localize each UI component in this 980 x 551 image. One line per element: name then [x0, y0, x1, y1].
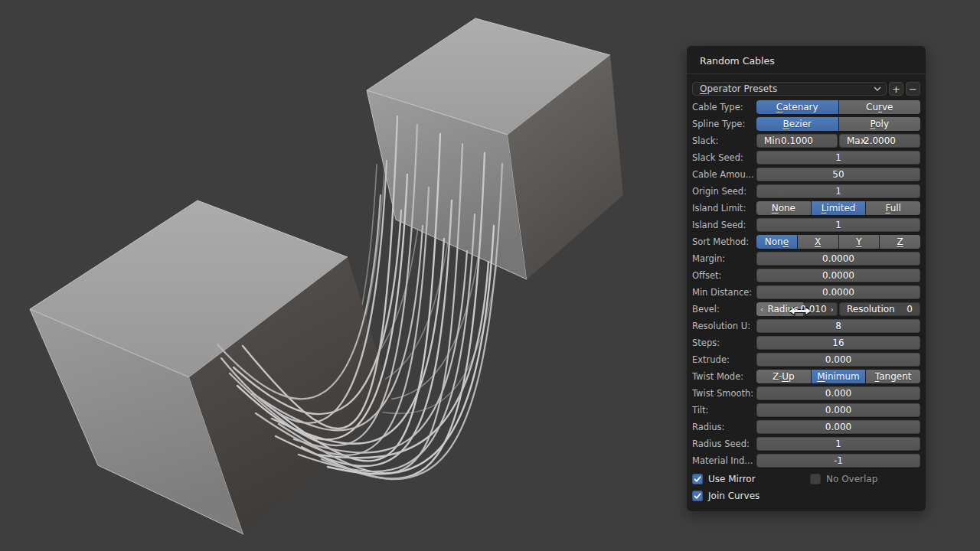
cable-type-segment: Catenary Curve [756, 100, 920, 114]
use-mirror-checkbox[interactable]: Use Mirror [692, 474, 810, 484]
row-mirror-overlap: Use Mirror No Overlap [692, 472, 920, 486]
twist-mode-label: Twist Mode: [692, 370, 756, 383]
twist-mode-zup-button[interactable]: Z-Up [756, 370, 811, 383]
join-curves-label: Join Curves [708, 491, 760, 501]
bevel-label: Bevel: [692, 302, 756, 316]
twist-smooth-field[interactable]: 0.000 [756, 386, 920, 400]
radius-field[interactable]: 0.000 [756, 420, 920, 434]
add-preset-button[interactable]: + [889, 82, 903, 96]
slider-decrease-arrow-icon[interactable]: ‹ [756, 305, 767, 315]
offset-value: 0.0000 [756, 270, 920, 281]
origin-seed-label: Origin Seed: [692, 184, 756, 198]
twist-mode-tangent-button[interactable]: Tangent [866, 370, 920, 383]
tilt-label: Tilt: [692, 403, 756, 417]
row-extrude: Extrude: 0.000 [692, 353, 920, 367]
cable-type-label: Cable Type: [692, 100, 756, 114]
sort-method-label: Sort Method: [692, 235, 756, 249]
radius-label: Radius: [692, 420, 756, 434]
island-limit-limited-button[interactable]: Limited [812, 201, 866, 215]
row-island-limit: Island Limit: None Limited Full [692, 201, 920, 215]
cable-type-catenary-button[interactable]: Catenary [756, 100, 838, 114]
panel-rows: Operator Presets + − Cable Type: Catenar… [687, 74, 926, 503]
island-seed-field[interactable]: 1 [756, 218, 920, 232]
spline-type-bezier-button[interactable]: Bezier [756, 117, 838, 131]
check-icon [694, 492, 701, 500]
extrude-value: 0.000 [756, 354, 920, 365]
row-cable-type: Cable Type: Catenary Curve [692, 100, 920, 114]
radius-seed-value: 1 [756, 439, 920, 449]
origin-seed-field[interactable]: 1 [756, 184, 920, 198]
island-limit-segment: None Limited Full [756, 201, 920, 215]
row-min-distance: Min Distance: 0.0000 [692, 285, 920, 299]
offset-label: Offset: [692, 269, 756, 282]
checkbox-checked-icon [692, 474, 703, 484]
offset-field[interactable]: 0.0000 [756, 269, 920, 282]
row-bevel: Bevel: ‹ Radius 0.010 › Resolution 0 [692, 302, 920, 316]
twist-smooth-label: Twist Smooth: [692, 386, 756, 400]
sort-method-x-button[interactable]: X [798, 235, 838, 249]
resolution-u-field[interactable]: 8 [756, 319, 920, 333]
material-index-field[interactable]: -1 [756, 454, 920, 468]
cube-bottom [30, 201, 393, 534]
radius-seed-field[interactable]: 1 [756, 437, 920, 451]
row-join-curves: Join Curves [692, 489, 920, 503]
tilt-field[interactable]: 0.000 [756, 403, 920, 417]
slack-seed-field[interactable]: 1 [756, 151, 920, 165]
island-limit-full-button[interactable]: Full [866, 201, 920, 215]
use-mirror-label: Use Mirror [708, 474, 756, 484]
slack-max-field[interactable]: 2.0000 Max [839, 134, 920, 148]
twist-mode-segment: Z-Up Minimum Tangent [756, 370, 920, 383]
row-operator-presets: Operator Presets + − [692, 82, 920, 96]
bevel-resolution-label: Resolution [839, 304, 895, 315]
spline-type-poly-button[interactable]: Poly [839, 117, 921, 131]
steps-label: Steps: [692, 336, 756, 350]
margin-value: 0.0000 [756, 253, 920, 264]
twist-mode-minimum-button[interactable]: Minimum [812, 370, 866, 383]
slack-min-label: Min [756, 135, 780, 146]
join-curves-checkbox[interactable]: Join Curves [692, 491, 810, 501]
sort-method-none-button[interactable]: None [756, 235, 797, 249]
row-origin-seed: Origin Seed: 1 [692, 184, 920, 198]
margin-label: Margin: [692, 252, 756, 266]
row-twist-mode: Twist Mode: Z-Up Minimum Tangent [692, 370, 920, 383]
spline-type-label: Spline Type: [692, 117, 756, 131]
resolution-u-value: 8 [756, 321, 920, 331]
slack-seed-label: Slack Seed: [692, 151, 756, 165]
twist-smooth-value: 0.000 [756, 388, 920, 399]
row-radius: Radius: 0.000 [692, 420, 920, 434]
no-overlap-checkbox[interactable]: No Overlap [810, 474, 877, 484]
extrude-field[interactable]: 0.000 [756, 353, 920, 367]
slider-increase-arrow-icon[interactable]: › [827, 305, 838, 315]
material-index-value: -1 [756, 455, 920, 466]
row-cable-amount: Cable Amou... 50 [692, 168, 920, 181]
slack-min-field[interactable]: 0.1000 Min [756, 134, 838, 148]
min-distance-label: Min Distance: [692, 285, 756, 299]
cable-type-curve-button[interactable]: Curve [839, 100, 921, 114]
bevel-radius-slider[interactable]: ‹ Radius 0.010 › [756, 302, 838, 316]
island-limit-none-button[interactable]: None [756, 201, 811, 215]
slack-label: Slack: [692, 134, 756, 148]
cable-amount-field[interactable]: 50 [756, 168, 920, 181]
island-limit-label: Island Limit: [692, 201, 756, 215]
row-resolution-u: Resolution U: 8 [692, 319, 920, 333]
remove-preset-button[interactable]: − [906, 82, 920, 96]
margin-field[interactable]: 0.0000 [756, 252, 920, 266]
row-offset: Offset: 0.0000 [692, 269, 920, 282]
no-overlap-label: No Overlap [826, 474, 877, 484]
row-tilt: Tilt: 0.000 [692, 403, 920, 417]
check-icon [694, 475, 701, 483]
bevel-resolution-slider[interactable]: Resolution 0 [839, 302, 920, 316]
min-distance-field[interactable]: 0.0000 [756, 285, 920, 299]
slack-seed-value: 1 [756, 152, 920, 163]
slack-max-label: Max [839, 135, 866, 146]
panel-title: Random Cables [687, 46, 926, 73]
random-cables-panel: Random Cables Operator Presets + − Cable… [687, 46, 926, 511]
sort-method-z-button[interactable]: Z [880, 235, 920, 249]
bevel-resolution-value: 0 [906, 304, 920, 315]
steps-field[interactable]: 16 [756, 336, 920, 350]
sort-method-y-button[interactable]: Y [839, 235, 880, 249]
resolution-u-label: Resolution U: [692, 319, 756, 333]
operator-presets-dropdown[interactable]: Operator Presets [692, 82, 887, 96]
row-sort-method: Sort Method: None X Y Z [692, 235, 920, 249]
operator-presets-label: Operator Presets [693, 83, 874, 94]
